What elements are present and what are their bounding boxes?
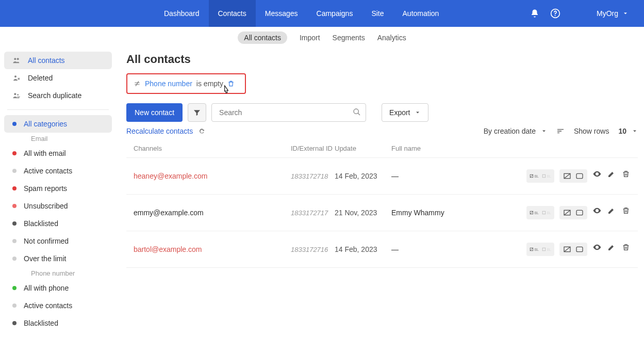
cell-id: 1833172717 — [291, 209, 335, 217]
sidebar-unsubscribed[interactable]: Unsubscribed — [0, 197, 116, 215]
sort-dropdown[interactable]: By creation date — [484, 127, 547, 135]
status-dot — [12, 221, 16, 226]
help-icon[interactable] — [545, 8, 566, 19]
svg-point-5 — [14, 93, 16, 95]
cell-email[interactable]: bartol@example.com — [134, 245, 291, 253]
unsubscribe-icon[interactable] — [563, 245, 572, 254]
unsubscribe-icon[interactable] — [563, 208, 572, 217]
new-contact-button[interactable]: New contact — [126, 103, 183, 122]
cell-id: 1833172718 — [291, 172, 335, 180]
nav-campaigns[interactable]: Campaigns — [307, 0, 362, 27]
chevron-down-icon — [415, 109, 421, 116]
subscription-actions — [559, 206, 587, 219]
rows-dropdown[interactable]: 10 — [618, 127, 638, 135]
filter-field[interactable]: Phone number — [145, 79, 192, 88]
delete-icon[interactable] — [621, 243, 631, 252]
remove-from-blacklist-icon[interactable]: BL — [530, 208, 539, 217]
sidebar-search-duplicate[interactable]: Search duplicate — [0, 87, 116, 104]
svg-rect-8 — [17, 98, 19, 98]
subscribe-icon[interactable] — [575, 171, 584, 181]
view-icon[interactable] — [592, 243, 602, 252]
svg-point-3 — [17, 58, 19, 60]
svg-point-1 — [555, 15, 556, 16]
blacklist-actions: BL BL — [526, 243, 554, 256]
blacklist-actions: BL BL — [526, 169, 554, 183]
view-icon[interactable] — [592, 206, 602, 215]
add-to-blacklist-icon[interactable]: BL — [542, 245, 551, 254]
nav-contacts[interactable]: Contacts — [209, 0, 256, 27]
sidebar-active-contacts[interactable]: Active contacts — [0, 162, 116, 180]
svg-rect-15 — [542, 211, 546, 214]
th-update: Update — [335, 145, 391, 152]
svg-point-4 — [14, 75, 16, 77]
top-navigation: DashboardContactsMessagesCampaignsSiteAu… — [0, 0, 644, 27]
cell-email[interactable]: heaney@example.com — [134, 172, 291, 180]
org-name: MyOrg — [597, 9, 618, 18]
add-to-blacklist-icon[interactable]: BL — [542, 171, 551, 181]
nav-dashboard[interactable]: Dashboard — [155, 0, 209, 27]
svg-rect-19 — [542, 248, 546, 251]
active-filter-chip[interactable]: Phone number is empty — [126, 73, 246, 94]
unsubscribe-icon[interactable] — [563, 171, 572, 181]
svg-point-2 — [14, 58, 16, 60]
cell-email[interactable]: emmy@example.com — [134, 209, 291, 217]
filter-button[interactable] — [188, 103, 206, 122]
view-icon[interactable] — [592, 169, 602, 179]
add-to-blacklist-icon[interactable]: BL — [542, 208, 551, 217]
svg-rect-21 — [576, 247, 583, 251]
subscribe-icon[interactable] — [575, 245, 584, 254]
sidebar-not-confirmed[interactable]: Not confirmed — [0, 232, 116, 250]
org-switcher[interactable]: MyOrg — [597, 9, 644, 18]
sidebar-spam-reports[interactable]: Spam reports — [0, 180, 116, 197]
nav-automation[interactable]: Automation — [393, 0, 449, 27]
sort-direction-icon[interactable] — [556, 127, 565, 135]
subtab-all-contacts[interactable]: All contacts — [238, 31, 287, 44]
table-row: emmy@example.com183317271721 Nov, 2023Em… — [126, 195, 638, 231]
blacklist-actions: BL BL — [526, 206, 554, 219]
remove-from-blacklist-icon[interactable]: BL — [530, 171, 539, 181]
th-id: ID/External ID — [291, 145, 335, 152]
delete-icon[interactable] — [621, 206, 631, 215]
cell-fullname: — — [391, 172, 510, 180]
sidebar-blacklisted[interactable]: Blacklisted — [0, 314, 116, 332]
nav-site[interactable]: Site — [362, 0, 393, 27]
edit-icon[interactable] — [607, 243, 616, 252]
search-icon[interactable] — [353, 108, 361, 116]
row-actions: BL BL — [510, 169, 631, 183]
recalculate-link[interactable]: Recalculate contacts — [126, 127, 193, 135]
row-actions: BL BL — [510, 243, 631, 256]
edit-icon[interactable] — [607, 206, 616, 215]
sidebar-active-contacts[interactable]: Active contacts — [0, 297, 116, 314]
subscribe-icon[interactable] — [575, 208, 584, 217]
person-x-icon — [12, 74, 21, 82]
status-dot — [12, 286, 16, 290]
refresh-icon[interactable] — [198, 127, 205, 135]
chevron-down-icon — [632, 128, 638, 134]
sidebar-all-with-phone[interactable]: All with phone — [0, 279, 116, 297]
subtab-segments[interactable]: Segments — [333, 34, 365, 42]
status-dot — [12, 151, 16, 155]
subtab-import[interactable]: Import — [300, 34, 320, 42]
sidebar-all-contacts[interactable]: All contacts — [4, 52, 112, 69]
sub-tabs: All contactsImportSegmentsAnalytics — [0, 27, 644, 49]
delete-icon[interactable] — [621, 169, 631, 179]
sub-action-bar: Recalculate contacts By creation date Sh… — [126, 127, 638, 135]
sidebar-deleted[interactable]: Deleted — [0, 69, 116, 87]
cell-update: 14 Feb, 2023 — [335, 172, 391, 180]
status-dot — [12, 321, 16, 325]
sidebar-over-the-limit[interactable]: Over the limit — [0, 250, 116, 267]
sidebar-all-with-email[interactable]: All with email — [0, 145, 116, 162]
subtab-analytics[interactable]: Analytics — [377, 34, 406, 42]
filter-condition: is empty — [196, 79, 223, 88]
edit-icon[interactable] — [607, 169, 616, 179]
sidebar-all-categories[interactable]: All categories — [4, 115, 112, 133]
sidebar-blacklisted[interactable]: Blacklisted — [0, 215, 116, 232]
svg-rect-17 — [576, 210, 583, 215]
nav-messages[interactable]: Messages — [256, 0, 307, 27]
export-button[interactable]: Export — [382, 103, 428, 122]
filter-not-equal-icon — [134, 80, 141, 87]
notifications-icon[interactable] — [524, 9, 545, 18]
remove-from-blacklist-icon[interactable]: BL — [530, 245, 539, 254]
search-input[interactable] — [211, 103, 366, 122]
svg-point-6 — [17, 94, 19, 95]
